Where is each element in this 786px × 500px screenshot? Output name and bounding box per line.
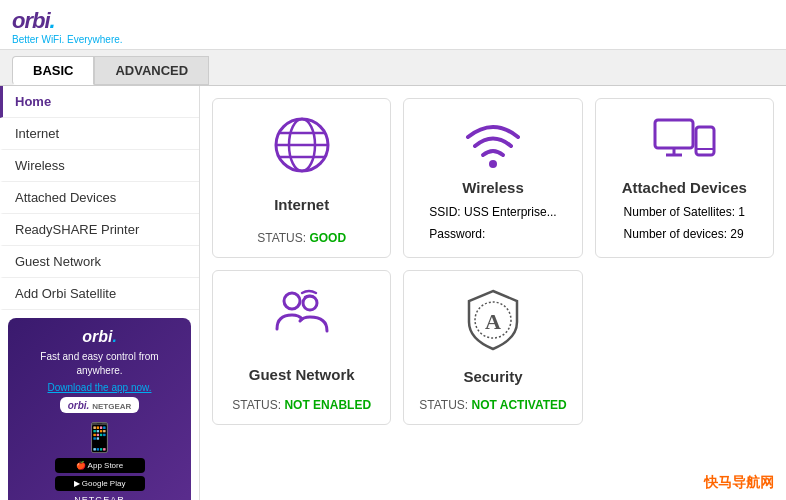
logo-area: orbi. Better WiFi. Everywhere. [12, 8, 774, 45]
security-card-status: STATUS: NOT ACTIVATED [419, 398, 566, 412]
promo-box: orbi. Fast and easy control from anywher… [8, 318, 191, 500]
footer-watermark: 快马导航网 [704, 474, 774, 492]
security-card[interactable]: A Security STATUS: NOT ACTIVATED [403, 270, 582, 425]
attached-devices-card[interactable]: Attached Devices Number of Satellites: 1… [595, 98, 774, 258]
attached-devices-icon [652, 115, 717, 173]
google-play-button[interactable]: ▶ Google Play [55, 476, 145, 491]
tabs-bar: BASIC ADVANCED [0, 50, 786, 86]
attached-devices-card-title: Attached Devices [622, 179, 747, 196]
orbi-badge: orbi. NETGEAR [60, 397, 140, 413]
wireless-card-title: Wireless [462, 179, 524, 196]
sidebar-item-add-orbi-satellite[interactable]: Add Orbi Satellite [0, 278, 199, 310]
devices-line: Number of devices: 29 [624, 224, 745, 246]
sidebar-item-attached-devices[interactable]: Attached Devices [0, 182, 199, 214]
logo-dot: . [50, 8, 55, 33]
satellites-label: Number of Satellites: [624, 205, 735, 219]
password-label: Password: [429, 227, 485, 241]
guest-network-card-status: STATUS: NOT ENABLED [232, 398, 371, 412]
svg-point-11 [284, 293, 300, 309]
guest-network-icon [272, 287, 332, 350]
wireless-icon [463, 115, 523, 173]
wireless-ssid-line: SSID: USS Enterprise... [429, 202, 556, 224]
security-status-label: STATUS: [419, 398, 468, 412]
ssid-label: SSID: [429, 205, 460, 219]
satellites-value: 1 [738, 205, 745, 219]
internet-status-label: STATUS: [257, 231, 306, 245]
guest-network-status-label: STATUS: [232, 398, 281, 412]
tab-advanced[interactable]: ADVANCED [94, 56, 209, 85]
wireless-password-line: Password: [429, 224, 556, 246]
orbi-badge-text: orbi. NETGEAR [68, 400, 132, 411]
sidebar-item-internet[interactable]: Internet [0, 118, 199, 150]
logo: orbi. [12, 8, 774, 34]
netgear-text: NETGEAR [18, 495, 181, 500]
security-status-value: NOT ACTIVATED [472, 398, 567, 412]
guest-network-status-value: NOT ENABLED [284, 398, 371, 412]
security-card-title: Security [463, 368, 522, 385]
satellites-line: Number of Satellites: 1 [624, 202, 745, 224]
guest-network-card[interactable]: Guest Network STATUS: NOT ENABLED [212, 270, 391, 425]
phone-icon: 📱 [18, 421, 181, 454]
internet-status-value: GOOD [309, 231, 346, 245]
promo-logo: orbi. [18, 328, 181, 346]
sidebar-item-home[interactable]: Home [0, 86, 199, 118]
sidebar-item-guest-network[interactable]: Guest Network [0, 246, 199, 278]
promo-download-link[interactable]: Download the app now. [18, 382, 181, 393]
main-content: Internet STATUS: GOOD Wireless [200, 86, 786, 500]
cards-grid: Internet STATUS: GOOD Wireless [212, 98, 774, 425]
security-icon: A [463, 287, 523, 355]
devices-value: 29 [730, 227, 743, 241]
promo-text: Fast and easy control from anywhere. [18, 350, 181, 378]
svg-rect-6 [655, 120, 693, 148]
internet-icon [272, 115, 332, 178]
svg-point-5 [489, 160, 497, 168]
app-store-button[interactable]: 🍎 App Store [55, 458, 145, 473]
wireless-card-status: SSID: USS Enterprise... Password: [429, 202, 556, 245]
internet-card-status: STATUS: GOOD [257, 231, 346, 245]
main-layout: Home Internet Wireless Attached Devices … [0, 86, 786, 500]
sidebar: Home Internet Wireless Attached Devices … [0, 86, 200, 500]
sidebar-item-wireless[interactable]: Wireless [0, 150, 199, 182]
devices-label: Number of devices: [624, 227, 727, 241]
header: orbi. Better WiFi. Everywhere. [0, 0, 786, 50]
internet-card[interactable]: Internet STATUS: GOOD [212, 98, 391, 258]
svg-rect-9 [696, 127, 714, 155]
logo-subtitle: Better WiFi. Everywhere. [12, 34, 774, 45]
sidebar-item-readyshare-printer[interactable]: ReadySHARE Printer [0, 214, 199, 246]
internet-card-title: Internet [274, 196, 329, 213]
attached-devices-status: Number of Satellites: 1 Number of device… [624, 202, 745, 245]
guest-network-card-title: Guest Network [249, 366, 355, 383]
ssid-value[interactable]: USS Enterprise... [464, 205, 557, 219]
wireless-card[interactable]: Wireless SSID: USS Enterprise... Passwor… [403, 98, 582, 258]
tab-basic[interactable]: BASIC [12, 56, 94, 85]
svg-text:A: A [485, 309, 501, 334]
